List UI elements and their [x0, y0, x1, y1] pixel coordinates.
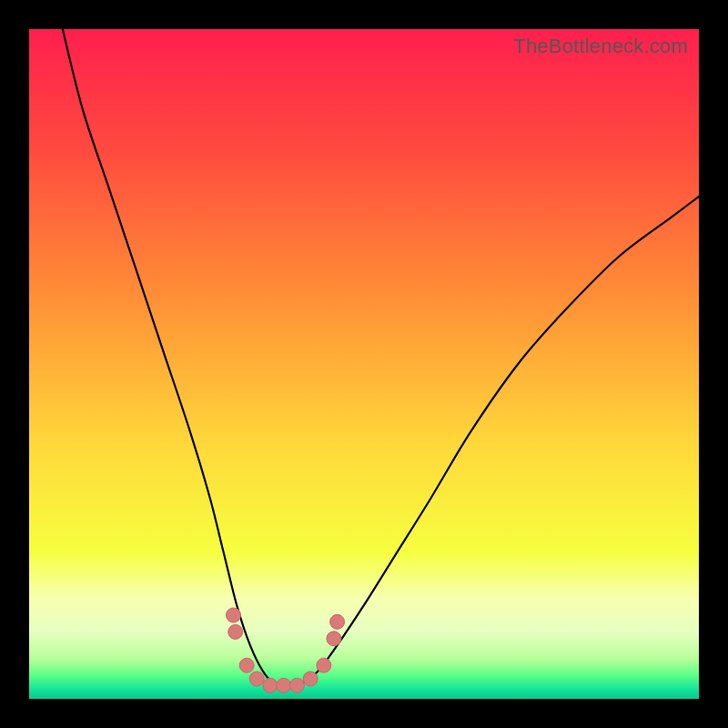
curve-markers — [226, 608, 344, 693]
curve-marker — [327, 632, 341, 646]
curve-marker — [303, 672, 318, 686]
watermark-text: TheBottleneck.com — [513, 35, 688, 58]
curve-marker — [317, 658, 331, 672]
plot-area: TheBottleneck.com — [29, 29, 699, 699]
curve-marker — [277, 678, 291, 693]
curve-marker — [263, 678, 278, 693]
curve-marker — [228, 624, 243, 639]
curve-marker — [289, 678, 304, 693]
curve-marker — [249, 672, 264, 686]
curve-marker — [226, 608, 240, 622]
curve-marker — [330, 614, 345, 629]
chart-frame: TheBottleneck.com — [0, 0, 728, 728]
curve-layer — [29, 29, 699, 699]
curve-marker — [239, 658, 254, 672]
bottleneck-curve — [63, 29, 699, 687]
